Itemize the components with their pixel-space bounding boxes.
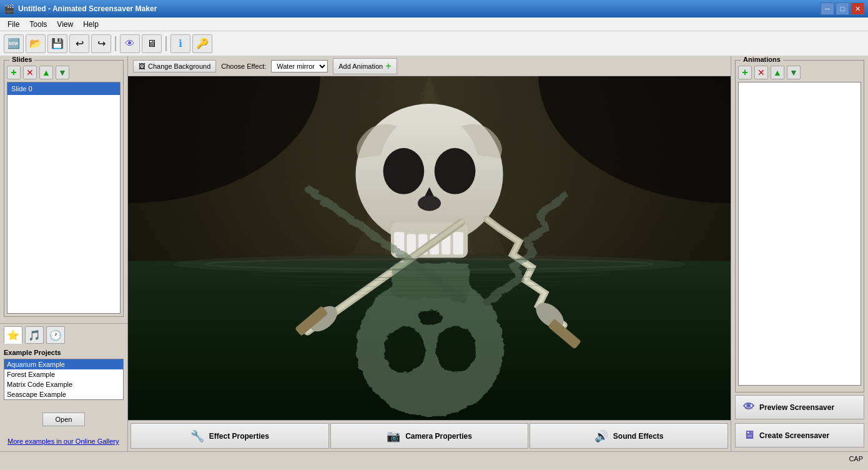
status-text: CAP [849,455,863,462]
app-title: Untitled - Animated Screensaver Maker [18,4,157,13]
bottom-tabs: ⭐ 🎵 🕐 [0,323,127,345]
svg-point-30 [435,328,476,374]
change-background-button[interactable]: 🖼 Change Background [133,60,216,72]
effect-properties-icon: 🔧 [190,429,204,443]
bottom-toolbar: 🔧 Effect Properties 📷 Camera Properties … [128,420,731,451]
slide-down-button[interactable]: ▼ [56,66,69,79]
menubar: File Tools View Help [0,18,868,31]
animations-list [738,82,861,386]
slides-section: Slides + ✕ ▲ ▼ Slide 0 [0,56,127,323]
screen-button[interactable]: 🖥 [142,34,162,53]
examples-section: Example Projects Aquarium Example Forest… [0,345,127,451]
animations-toolbar: + ✕ ▲ ▼ [738,66,861,79]
undo-button[interactable]: ↩ [69,34,89,53]
effect-select[interactable]: Water mirror Fade Slide Zoom None [271,60,328,72]
remove-animation-btn[interactable]: ✕ [754,66,768,79]
left-panel: Slides + ✕ ▲ ▼ Slide 0 ⭐ 🎵 🕐 Example Pro… [0,56,128,451]
sound-effects-icon: 🔊 [594,429,608,443]
minimize-button[interactable]: ─ [821,2,834,15]
tab-star[interactable]: ⭐ [4,326,22,344]
effect-properties-button[interactable]: 🔧 Effect Properties [131,423,329,449]
choose-effect-label: Choose Effect: [221,62,266,70]
slides-label: Slides [9,56,34,63]
example-item-aquarium[interactable]: Aquarium Example [4,359,123,369]
add-animation-icon: + [385,61,391,72]
tab-music[interactable]: 🎵 [25,326,44,344]
menu-view[interactable]: View [52,19,78,30]
preview-screensaver-icon: 👁 [743,401,754,414]
menu-file[interactable]: File [2,19,24,30]
svg-point-29 [383,328,425,374]
titlebar: 🎬 Untitled - Animated Screensaver Maker … [0,0,868,18]
slides-list: Slide 0 [7,82,121,314]
slides-toolbar: + ✕ ▲ ▼ [7,66,121,79]
camera-properties-button[interactable]: 📷 Camera Properties [330,423,529,449]
animation-up-btn[interactable]: ▲ [771,66,784,79]
main-area: Slides + ✕ ▲ ▼ Slide 0 ⭐ 🎵 🕐 Example Pro… [0,56,868,451]
example-item-matrix[interactable]: Matrix Code Example [4,379,123,389]
open-button[interactable]: 📂 [26,34,46,53]
examples-title: Example Projects [4,349,124,356]
remove-slide-button[interactable]: ✕ [23,66,37,79]
center-area: 🖼 Change Background Choose Effect: Water… [128,56,731,451]
canvas-container [128,76,731,420]
create-screensaver-icon: 🖥 [743,429,754,442]
titlebar-controls: ─ □ ✕ [821,2,864,15]
change-bg-icon: 🖼 [139,62,145,70]
svg-point-31 [418,311,441,327]
slide-up-button[interactable]: ▲ [39,66,53,79]
add-animation-btn[interactable]: + [738,66,752,79]
close-button[interactable]: ✕ [851,2,864,15]
info-button[interactable]: ℹ [170,34,190,53]
titlebar-left: 🎬 Untitled - Animated Screensaver Maker [4,4,157,14]
tab-clock[interactable]: 🕐 [46,326,65,344]
right-panel: Animations + ✕ ▲ ▼ 👁 Preview Screensaver… [731,56,868,451]
add-slide-button[interactable]: + [7,66,21,79]
maximize-button[interactable]: □ [836,2,849,15]
camera-properties-icon: 📷 [387,429,400,443]
app-icon: 🎬 [4,4,14,14]
canvas-svg [128,76,731,420]
example-item-seascape[interactable]: Seascape Example [4,389,123,399]
animation-down-btn[interactable]: ▼ [787,66,801,79]
controls-bar: 🖼 Change Background Choose Effect: Water… [128,56,731,76]
redo-button[interactable]: ↪ [91,34,111,53]
preview-screensaver-button[interactable]: 👁 Preview Screensaver [735,395,864,419]
slide-item[interactable]: Slide 0 [7,82,120,95]
add-animation-button[interactable]: Add Animation + [333,58,397,74]
sound-effects-button[interactable]: 🔊 Sound Effects [530,423,728,449]
animations-label: Animations [741,56,783,63]
examples-list: Aquarium Example Forest Example Matrix C… [4,359,124,400]
toolbar: 🆕 📂 💾 ↩ ↪ 👁 🖥 ℹ 🔑 [0,31,868,56]
statusbar: CAP [0,451,868,465]
canvas-image[interactable] [128,76,731,420]
svg-rect-37 [128,76,731,261]
key-button[interactable]: 🔑 [192,34,212,53]
save-button[interactable]: 💾 [47,34,67,53]
menu-tools[interactable]: Tools [24,19,52,30]
menu-help[interactable]: Help [78,19,104,30]
toolbar-sep-2 [165,36,167,51]
create-screensaver-button[interactable]: 🖥 Create Screensaver [735,423,864,448]
new-button[interactable]: 🆕 [4,34,24,53]
preview-button[interactable]: 👁 [120,34,140,53]
example-item-forest[interactable]: Forest Example [4,369,123,379]
online-gallery-link[interactable]: More examples in our Online Gallery [4,435,124,448]
action-buttons: 👁 Preview Screensaver 🖥 Create Screensav… [735,395,864,448]
toolbar-sep-1 [115,36,116,51]
open-button[interactable]: Open [42,412,86,426]
